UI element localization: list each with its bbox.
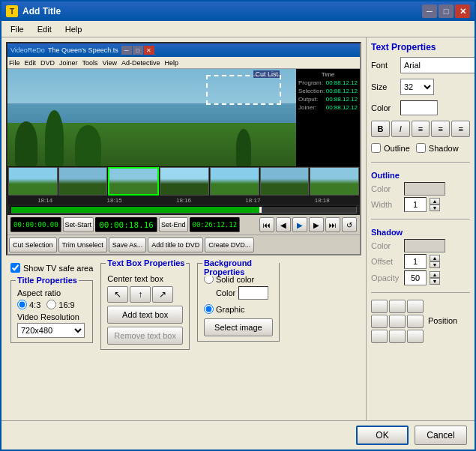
pos-bl[interactable] <box>371 330 388 343</box>
text-color-picker[interactable] <box>400 100 438 115</box>
align-right-button[interactable]: ≡ <box>451 121 470 137</box>
font-select[interactable]: Arial Times New Roman <box>400 57 475 73</box>
vmenu-file[interactable]: File <box>9 59 20 67</box>
remove-text-box-button[interactable]: Remove text box <box>107 327 183 345</box>
outline-color-picker[interactable] <box>404 182 445 196</box>
rewind-button[interactable]: ⏮ <box>259 217 274 232</box>
info-program-row: Program: 00:88.12.12 <box>298 79 358 86</box>
size-select[interactable]: 32 24 48 <box>400 79 434 95</box>
thumb-7[interactable] <box>310 167 359 196</box>
shadow-offset-input[interactable] <box>404 254 427 269</box>
loop-button[interactable]: ↺ <box>342 217 357 232</box>
video-menu-bar: File Edit DVD Joiner Tools View Ad-Detec… <box>7 57 360 69</box>
align-center-button[interactable]: ≡ <box>431 121 450 137</box>
bg-color-picker[interactable] <box>238 286 268 300</box>
vmenu-tools[interactable]: Tools <box>82 59 98 67</box>
info-output-row: Output: 00:88.12.12 <box>298 96 358 103</box>
divider-1 <box>371 162 470 163</box>
ok-button[interactable]: OK <box>356 426 409 445</box>
shadow-checkbox[interactable] <box>416 143 426 153</box>
align-tr-button[interactable]: ↗ <box>152 286 173 303</box>
add-title-dvd-button[interactable]: Add title to DVD <box>148 237 203 252</box>
align-tl-button[interactable]: ↖ <box>107 286 128 303</box>
shadow-color-label: Color <box>371 241 401 250</box>
outline-width-down[interactable]: ▼ <box>430 205 440 211</box>
outline-shadow-check-row: Outline Shadow <box>371 143 470 154</box>
progress-handle[interactable] <box>259 207 262 213</box>
pos-br[interactable] <box>407 330 424 343</box>
add-text-box-button[interactable]: Add text box <box>107 306 183 324</box>
vmenu-dvd[interactable]: DVD <box>40 59 55 67</box>
main-window: T Add Title ─ □ ✕ File Edit Help VideoRe… <box>0 0 476 451</box>
pos-ml[interactable] <box>371 315 388 328</box>
cancel-button[interactable]: Cancel <box>415 426 467 445</box>
next-frame-button[interactable]: ▶ <box>309 217 324 232</box>
prev-frame-button[interactable]: ◀ <box>276 217 291 232</box>
pos-tr[interactable] <box>407 300 424 313</box>
video-max-btn[interactable]: □ <box>133 46 143 55</box>
select-image-button[interactable]: Select image <box>204 318 273 336</box>
resolution-select[interactable]: 720x480 1280x720 1920x1080 <box>17 323 85 338</box>
shadow-color-row: Color <box>371 239 470 252</box>
bold-button[interactable]: B <box>371 121 390 137</box>
font-row: Font Arial Times New Roman <box>371 57 470 73</box>
title-overlay-box[interactable] <box>206 75 281 105</box>
fast-forward-button[interactable]: ⏭ <box>325 217 340 232</box>
main-content: VideoReDo The Queen's Speech.ts ─ □ ✕ Fi… <box>1 37 475 420</box>
align-left-button[interactable]: ≡ <box>412 121 430 137</box>
save-as-button[interactable]: Save As... <box>109 237 147 252</box>
vmenu-addetective[interactable]: Ad-Detective <box>121 59 160 67</box>
menu-file[interactable]: File <box>4 23 30 35</box>
outline-width-input[interactable] <box>404 197 427 212</box>
vmenu-help[interactable]: Help <box>164 59 178 67</box>
outline-width-up[interactable]: ▲ <box>430 198 440 205</box>
create-dvd-button[interactable]: Create DVD... <box>205 237 254 252</box>
menu-edit[interactable]: Edit <box>31 23 58 35</box>
progress-bar-container[interactable] <box>10 206 357 214</box>
thumb-2[interactable] <box>58 167 108 196</box>
play-button[interactable]: ▶ <box>292 217 307 232</box>
graphic-radio[interactable] <box>204 304 214 314</box>
position-grid <box>371 300 424 343</box>
thumb-3[interactable] <box>108 167 159 196</box>
shadow-opacity-up[interactable]: ▲ <box>430 271 440 278</box>
cut-selection-button[interactable]: Cut Selection <box>9 237 57 252</box>
shadow-opacity-input[interactable] <box>404 270 427 285</box>
shadow-offset-up[interactable]: ▲ <box>430 255 440 261</box>
pos-bc[interactable] <box>389 330 406 343</box>
outline-checkbox[interactable] <box>371 143 381 153</box>
thumbnail-strip <box>7 166 360 196</box>
pos-tl[interactable] <box>371 300 388 313</box>
close-button[interactable]: ✕ <box>455 4 470 18</box>
maximize-button[interactable]: □ <box>439 4 454 18</box>
video-min-btn[interactable]: ─ <box>121 46 132 55</box>
thumb-4[interactable] <box>160 167 209 196</box>
pos-tc[interactable] <box>389 300 406 313</box>
vmenu-edit[interactable]: Edit <box>25 59 37 67</box>
align-tc-button[interactable]: ↑ <box>130 286 151 303</box>
shadow-color-picker[interactable] <box>404 239 445 252</box>
show-tv-safe-checkbox[interactable] <box>10 263 20 273</box>
radio-43[interactable] <box>17 300 27 309</box>
outline-section: Outline Color Width ▲ ▼ <box>371 171 470 214</box>
thumb-6[interactable] <box>260 167 310 196</box>
italic-button[interactable]: I <box>391 121 410 137</box>
set-start-button[interactable]: Set-Start <box>63 217 94 232</box>
video-close-btn[interactable]: ✕ <box>144 46 154 55</box>
title-bar-buttons: ─ □ ✕ <box>422 4 470 18</box>
thumb-1[interactable] <box>8 167 58 196</box>
menu-bar: File Edit Help <box>1 21 475 37</box>
pos-mc[interactable] <box>389 315 406 328</box>
trim-unselect-button[interactable]: Trim Unselect <box>58 237 107 252</box>
shadow-opacity-down[interactable]: ▼ <box>430 278 440 285</box>
radio-169[interactable] <box>46 300 56 309</box>
thumb-5[interactable] <box>210 167 259 196</box>
pos-mr[interactable] <box>407 315 424 328</box>
center-text-box-label: Center text box <box>107 274 183 283</box>
vmenu-view[interactable]: View <box>103 59 117 67</box>
set-end-button[interactable]: Set-End <box>159 217 188 232</box>
menu-help[interactable]: Help <box>59 23 88 35</box>
minimize-button[interactable]: ─ <box>422 4 437 18</box>
shadow-offset-down[interactable]: ▼ <box>430 261 440 268</box>
vmenu-joiner[interactable]: Joiner <box>59 59 78 67</box>
